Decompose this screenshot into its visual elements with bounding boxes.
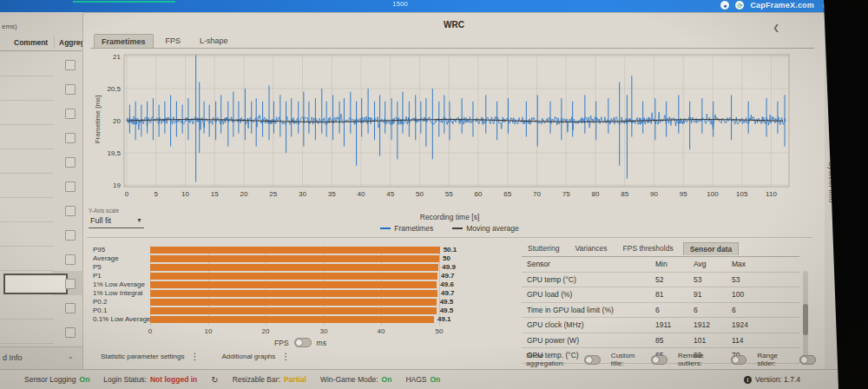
collapse-panel-icon[interactable]: ❮ [773, 23, 779, 32]
toggle-label: Custom title: [611, 352, 647, 367]
unit-toggle[interactable] [294, 338, 312, 347]
kebab-menu-icon[interactable]: ⋮ [190, 352, 199, 361]
aggregation-checkbox[interactable] [65, 157, 76, 168]
aggregation-checkbox[interactable] [65, 230, 76, 241]
tab-frametimes[interactable]: Frametimes [94, 34, 154, 49]
aggregation-checkbox[interactable] [65, 279, 76, 289]
table-row[interactable]: GPU load (%)8191100 [522, 287, 799, 303]
status-item: Login Status:Not logged in [103, 375, 197, 384]
status-items: Sensor LoggingOnLogin Status:Not logged … [24, 370, 440, 389]
svg-text:19: 19 [113, 181, 121, 189]
axis-tick: 0 [148, 327, 152, 335]
record-info-footer[interactable]: d Info ⌄ [0, 346, 82, 370]
svg-text:35: 35 [328, 190, 336, 198]
table-header-row: SensorMinAvgMax [522, 257, 799, 273]
svg-text:19,5: 19,5 [107, 149, 121, 157]
sidebar-cut-text: ems) [2, 23, 17, 30]
chart-tabs: FrametimesFPSL-shape [94, 34, 235, 49]
statistic-label: 1% Low Integral [93, 289, 150, 298]
app-status-icon[interactable]: ● [720, 1, 729, 10]
status-label: Sensor Logging [24, 375, 76, 384]
row-separator [0, 343, 54, 344]
statistic-bar [150, 290, 437, 297]
aggregation-checkbox[interactable] [65, 60, 76, 70]
scrollbar-thumb[interactable] [803, 304, 808, 335]
statistic-label: 1% Low Average [93, 280, 150, 289]
svg-text:25: 25 [269, 190, 277, 198]
frametime-chart[interactable]: 1919,52020,52105101520253035404550556065… [88, 48, 821, 209]
aggregation-column-header[interactable]: Aggreg [59, 38, 85, 47]
status-bar: Sensor LoggingOnLogin Status:Not logged … [0, 369, 868, 389]
column-header: Min [655, 260, 694, 268]
table-row[interactable]: CPU temp (°C)525353 [522, 273, 799, 288]
record-rows [0, 52, 82, 347]
legend-label: Moving average [466, 224, 518, 233]
statistic-label: P95 [93, 246, 150, 254]
statistic-bar [150, 247, 440, 254]
chart-legend: FrametimesMoving average [328, 224, 571, 233]
aggregation-checkbox[interactable] [65, 206, 76, 216]
kebab-menu-icon[interactable]: ⋮ [281, 352, 290, 361]
chevron-down-icon[interactable]: ⌄ [67, 352, 74, 360]
tab-sensor-data[interactable]: Sensor data [683, 242, 740, 255]
toggle-knob [800, 356, 808, 364]
sidebar-header: Comment Aggreg [0, 35, 82, 51]
settings-gear-icon[interactable]: ⚙ [822, 0, 832, 12]
version-group: i Version: 1.7.4 [744, 370, 800, 389]
aggregation-checkbox[interactable] [65, 327, 76, 338]
tab-fps-thresholds[interactable]: FPS thresholds [617, 242, 680, 255]
toggle-label: Show aggregation: [526, 352, 580, 367]
list-item [0, 198, 82, 222]
legend-item[interactable]: Moving average [452, 224, 518, 233]
aggregation-checkbox[interactable] [65, 254, 76, 265]
yaxis-scale-dropdown[interactable]: Full fit ▼ [89, 214, 144, 228]
fps-axis-ticks: 01020304050 [150, 327, 456, 336]
aggregation-checkbox[interactable] [65, 109, 76, 119]
legend-item[interactable]: Frametimes [380, 224, 433, 233]
sensor-table-scrollbar[interactable] [803, 271, 808, 358]
capframex-window: 1500 ● ⟳ CapFrameX.com ⚙ ems) Comment Ag… [0, 0, 868, 389]
table-row[interactable]: Time in GPU load limit (%)666 [522, 303, 799, 319]
aggregation-checkbox[interactable] [65, 133, 76, 143]
aggregation-checkbox[interactable] [65, 84, 76, 95]
titlebar-right-group: ● ⟳ CapFrameX.com [720, 1, 814, 10]
svg-text:60: 60 [475, 190, 483, 198]
svg-text:50: 50 [416, 190, 424, 198]
table-cell: GPU load (%) [527, 290, 655, 299]
table-row[interactable]: GPU clock (MHz)191119121924 [522, 318, 799, 333]
unit-ms-label: ms [317, 339, 326, 347]
toggle-switch[interactable] [584, 355, 601, 365]
progress-line [73, 1, 175, 3]
svg-text:20,5: 20,5 [107, 85, 121, 93]
comment-column-header[interactable]: Comment [14, 38, 48, 47]
svg-text:45: 45 [386, 190, 394, 198]
toggle-switch[interactable] [799, 355, 816, 365]
refresh-icon[interactable]: ↻ [211, 375, 218, 385]
aggregation-checkbox[interactable] [65, 303, 76, 313]
statistic-label: P1 [93, 272, 150, 280]
comment-input[interactable] [3, 274, 68, 294]
version-label: Version: 1.7.4 [755, 375, 800, 384]
tab-stuttering[interactable]: Stuttering [522, 242, 565, 255]
svg-text:95: 95 [680, 190, 687, 198]
tab-variances[interactable]: Variances [569, 242, 613, 255]
sensor-panel: StutteringVariancesFPS thresholdsSensor … [522, 242, 810, 359]
list-item [0, 320, 82, 344]
yaxis-scale-value: Full fit [90, 216, 111, 225]
table-row[interactable]: GPU power (W)85101114 [522, 333, 799, 349]
statistic-bar [150, 273, 437, 280]
svg-text:20: 20 [113, 117, 121, 125]
table-cell: 101 [694, 336, 732, 345]
aggregation-checkbox[interactable] [65, 181, 76, 192]
option-toggles: Show aggregation:Custom title:Remove out… [526, 352, 816, 367]
tab-fps[interactable]: FPS [159, 34, 188, 49]
system-info-tab[interactable]: System Info [827, 162, 835, 203]
toggle-switch[interactable] [731, 355, 747, 365]
tab-l-shape[interactable]: L-shape [193, 34, 235, 49]
table-cell: CPU temp (°C) [527, 275, 655, 284]
toggle-switch[interactable] [651, 355, 667, 365]
sync-icon[interactable]: ⟳ [735, 1, 744, 10]
list-item [0, 76, 82, 101]
svg-text:65: 65 [503, 190, 511, 198]
column-header: Sensor [527, 260, 655, 268]
